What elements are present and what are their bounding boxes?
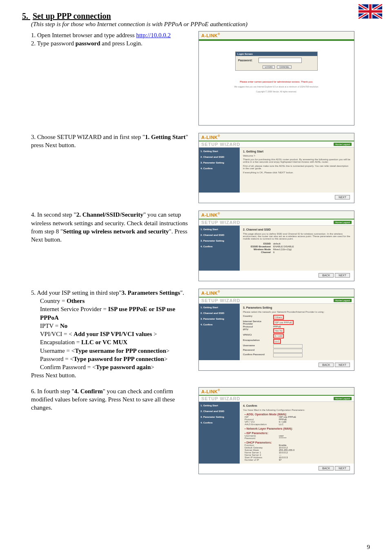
sidebar-item-getting-start[interactable]: 1. Getting Start (200, 150, 238, 152)
isp-select[interactable]: ISP use PPPoE (273, 320, 294, 325)
sidebar-item-confirm[interactable]: 4. Confirm (200, 167, 238, 170)
step-number: 4. (31, 211, 36, 218)
parameter-line: VPI/VCI = < Add your ISP VPI/VCI values … (40, 330, 194, 338)
step-3: 3. Choose SETUP WIZARD and in first step… (31, 133, 194, 150)
parameter-line: IPTV = No (40, 322, 194, 330)
sidebar-item-parameter[interactable]: 3. Parameter Setting (200, 161, 238, 164)
section-title: Set up PPP connection (33, 11, 111, 20)
brand-logo: A-LINK (199, 31, 354, 40)
sidebar-item-getting-start[interactable]: 1. Getting Start (200, 228, 238, 231)
step-5: 5. Add your ISP setting in third step"3.… (31, 289, 194, 297)
confirm-group-head: • Network Layer Parameters (WAN): (245, 427, 351, 430)
confirm-group-head: • ISP Parameters: (245, 432, 351, 435)
wizard-sidebar: 1. Getting Start 2. Channel and SSID 3. … (199, 226, 240, 271)
back-button[interactable]: BACK (318, 466, 334, 471)
parameter-line: Confirm Password = <Type password again> (40, 363, 194, 371)
brand-logo: A-LINK (199, 133, 354, 142)
step-4: 4. In second step "2. Channel/SSID/Secur… (31, 211, 194, 244)
next-button[interactable]: NEXT (335, 195, 350, 199)
section-subtitle: (This step is for those who Internet con… (31, 21, 370, 28)
sidebar-item-channel-ssid[interactable]: 2. Channel and SSID (200, 410, 238, 412)
panel-title: 3. Parameters Setting (243, 306, 351, 309)
wizard-sidebar: 1. Getting Start 2. Channel and SSID 3. … (199, 402, 240, 464)
login-button[interactable]: LOGIN (263, 65, 275, 69)
step-number: 6. (31, 388, 36, 394)
brand-logo: A-LINK (199, 388, 354, 396)
screenshot-getting-start: A-LINK SETUP WIZARDHome Logout 1. Gettin… (198, 133, 354, 204)
confirm-password-input[interactable] (273, 353, 303, 357)
parameter-line: Encapsulation = LLC or VC MUX (40, 338, 194, 346)
router-address-link[interactable]: http://10.0.0.2 (136, 32, 171, 38)
login-error-text: Please enter correct password for admini… (240, 81, 313, 83)
sidebar-item-parameter[interactable]: 3. Parameter Setting (200, 318, 238, 320)
next-button[interactable]: NEXT (335, 466, 350, 471)
svg-rect-4 (359, 10, 382, 13)
step-2: 2. Type password password and press Logi… (31, 39, 194, 47)
password-input[interactable] (273, 349, 303, 353)
login-box: Login Screen Password: LOGIN CANCEL (235, 52, 318, 71)
panel-title: 1. Getting Start (243, 150, 351, 153)
password-input[interactable] (258, 58, 302, 63)
login-header: Login Screen (236, 52, 317, 56)
step-6: 6. In fourth step "4. Confirm" you can c… (31, 387, 194, 412)
home-logout-buttons[interactable]: Home Logout (334, 397, 352, 400)
home-logout-buttons[interactable]: Home Logout (334, 221, 352, 224)
home-logout-buttons[interactable]: Home Logout (334, 143, 352, 146)
wizard-title: SETUP WIZARD (201, 298, 241, 303)
confirm-row: Number of IP97 (245, 459, 351, 461)
sidebar-item-parameter[interactable]: 3. Parameter Setting (200, 416, 238, 418)
home-logout-buttons[interactable]: Home Logout (334, 299, 352, 302)
username-input[interactable] (273, 344, 303, 348)
section-number: 5. (22, 11, 28, 20)
wizard-title: SETUP WIZARD (201, 396, 241, 401)
channel-select[interactable]: 6 (273, 251, 274, 253)
brand-logo: A-LINK (199, 211, 354, 220)
panel-title: 2. Channel and SSID (243, 228, 351, 231)
back-button[interactable]: BACK (318, 273, 334, 278)
wireless-mode-select[interactable]: Mixed (11b+11g) (273, 248, 292, 251)
step-number: 5. (31, 289, 36, 296)
wizard-title: SETUP WIZARD (201, 220, 241, 225)
login-foot-2: Copyright © 2008 Vendor. All rights rese… (256, 90, 297, 93)
vpivci-input[interactable]: 0 / 100 (273, 334, 284, 338)
page-number: 9 (367, 544, 370, 551)
iptv-radio[interactable]: Yes No (273, 328, 284, 333)
sidebar-item-confirm[interactable]: 4. Confirm (200, 421, 238, 424)
confirm-group-head: • ADSL Operation Mode (WAN): (245, 413, 351, 416)
wizard-sidebar: 1. Getting Start 2. Channel and SSID 3. … (199, 304, 240, 360)
step-number: 3. (31, 134, 36, 140)
panel-title: 4. Confirm (243, 404, 351, 407)
brand-logo: A-LINK (199, 289, 354, 298)
sidebar-item-channel-ssid[interactable]: 2. Channel and SSID (200, 234, 238, 236)
parameter-line: Internet Service Provider = ISP use PPPo… (40, 305, 194, 322)
next-button[interactable]: NEXT (335, 273, 350, 278)
section-heading: 5. Set up PPP connection (22, 11, 370, 21)
back-button[interactable]: BACK (318, 363, 334, 367)
password-label: Password: (238, 59, 258, 62)
cancel-button[interactable]: CANCEL (277, 65, 292, 69)
wizard-title: SETUP WIZARD (201, 142, 241, 147)
login-foot-1: We suggest that you use Internet Explore… (234, 85, 318, 88)
next-button[interactable]: NEXT (335, 363, 350, 367)
screenshot-channel-ssid: A-LINK SETUP WIZARDHome Logout 1. Gettin… (198, 211, 354, 281)
screenshot-login: A-LINK Login Screen Password: LOGIN CANC… (198, 31, 354, 125)
broadcast-radio[interactable]: ENABLE DISABLE (273, 245, 294, 248)
sidebar-item-confirm[interactable]: 4. Confirm (200, 323, 238, 326)
essid-value[interactable]: default (273, 242, 281, 245)
sidebar-item-getting-start[interactable]: 1. Getting Start (200, 306, 238, 309)
sidebar-item-getting-start[interactable]: 1. Getting Start (200, 404, 238, 407)
confirm-row: Password******** (245, 437, 351, 439)
sidebar-item-confirm[interactable]: 4. Confirm (200, 245, 238, 248)
step5-press-next: Press Next button. (31, 371, 194, 379)
confirm-row: AAL5 EncapsulationLLC (245, 423, 351, 426)
sidebar-item-channel-ssid[interactable]: 2. Channel and SSID (200, 312, 238, 314)
parameter-line: Username = <Type username for PPP connec… (40, 347, 194, 355)
encapsulation-select[interactable]: LLC (273, 339, 281, 344)
country-select[interactable]: Others (273, 315, 284, 320)
protocol-value: PPPoE (273, 325, 281, 328)
sidebar-item-channel-ssid[interactable]: 2. Channel and SSID (200, 156, 238, 158)
screenshot-parameters: A-LINK SETUP WIZARDHome Logout 1. Gettin… (198, 289, 354, 371)
sidebar-item-parameter[interactable]: 3. Parameter Setting (200, 240, 238, 242)
step-number: 2. (31, 40, 36, 47)
step-1: 1. Open Internet browser and type addres… (31, 31, 194, 39)
